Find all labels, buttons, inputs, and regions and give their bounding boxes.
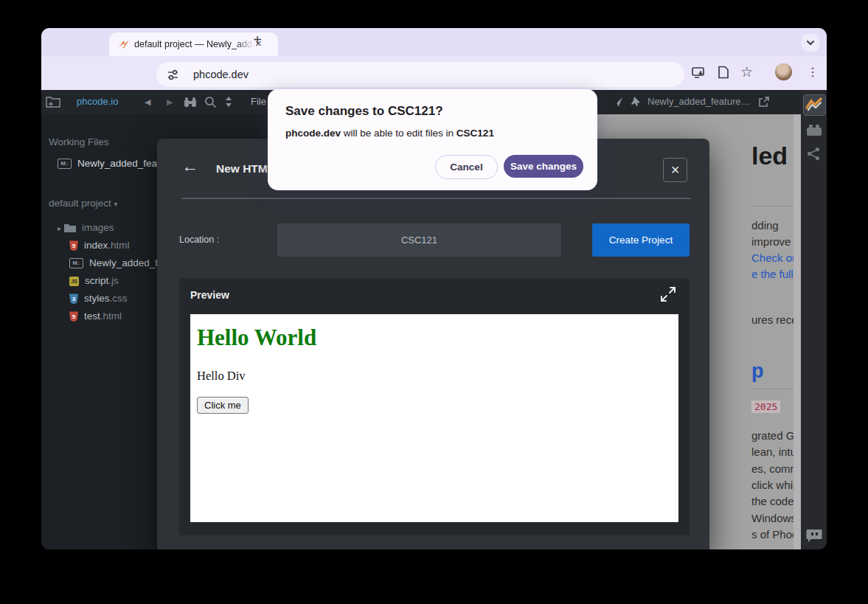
nav-back-icon[interactable]: ◀	[145, 97, 150, 107]
working-files-header: Working Files	[49, 136, 109, 147]
permission-body: phcode.dev will be able to edit files in…	[285, 128, 494, 139]
pin-icon[interactable]	[631, 96, 641, 108]
feedback-chat-icon[interactable]	[806, 529, 822, 543]
tree-item-file[interactable]: 5test.html	[69, 308, 122, 324]
new-tab-button[interactable]: +	[248, 30, 267, 49]
permission-dialog: Save changes to CSC121? phcode.dev will …	[268, 89, 597, 190]
project-caret-icon: ▾	[114, 200, 118, 208]
permission-title: Save changes to CSC121?	[285, 104, 443, 119]
page-text: dding	[751, 219, 779, 232]
html-preview-frame: Hello World Hello Div Click me	[190, 314, 678, 522]
html-file-icon: 5	[69, 240, 78, 251]
tree-item-file[interactable]: JSscript.js	[69, 272, 119, 289]
tab-title: default project — Newly_adde	[134, 39, 254, 51]
html-file-icon: 5	[69, 311, 78, 322]
tree-item-file[interactable]: 5index.html	[69, 237, 130, 254]
page-info-icon[interactable]	[718, 66, 729, 79]
back-arrow-icon[interactable]: ←	[181, 156, 198, 176]
address-url[interactable]: phcode.dev	[193, 69, 249, 80]
brand-link[interactable]: phcode.io	[77, 96, 118, 107]
tree-item-file[interactable]: 3styles.css	[69, 290, 128, 307]
folder-icon	[64, 223, 76, 232]
dialog-title: New HTM	[216, 162, 268, 176]
preview-panel: Preview Hello World Hello Div Click me	[179, 278, 690, 535]
save-changes-button[interactable]: Save changes	[504, 155, 583, 178]
markdown-file-icon: M↓	[58, 159, 72, 169]
divider	[182, 198, 690, 199]
menu-kebab-icon[interactable]: ⋮	[807, 65, 819, 79]
new-folder-icon[interactable]	[46, 95, 61, 108]
right-toolbar	[801, 90, 827, 549]
project-header[interactable]: default project ▾	[49, 198, 118, 209]
preview-click-me-button[interactable]: Click me	[197, 397, 249, 414]
tab-search-button[interactable]	[802, 34, 819, 52]
working-file-item[interactable]: M↓Newly_added_feat	[58, 155, 160, 172]
external-link-icon[interactable]	[758, 97, 769, 108]
disclosure-icon[interactable]: ▸	[58, 224, 61, 232]
page-subheading-fragment: p	[751, 360, 764, 383]
search-icon[interactable]	[204, 96, 217, 108]
sort-icon[interactable]	[225, 96, 232, 108]
extensions-icon[interactable]	[806, 124, 822, 136]
css-file-icon: 3	[69, 294, 78, 304]
live-preview-button[interactable]	[803, 94, 826, 116]
preview-label: Preview	[190, 289, 229, 301]
preview-text: Hello Div	[197, 369, 246, 383]
live-preview-title: Newly_added_feature…	[647, 96, 750, 107]
new-html-dialog: ← New HTM × Location : CSC121 Create Pro…	[157, 139, 709, 549]
scrollbar[interactable]	[794, 114, 801, 549]
expand-icon[interactable]	[659, 285, 677, 303]
profile-avatar[interactable]	[775, 63, 792, 80]
live-preview-icon	[804, 95, 824, 114]
markdown-file-icon: M↓	[69, 258, 83, 268]
page-code-fragment: 2025	[751, 400, 780, 413]
page-text: the code.	[751, 495, 797, 507]
tree-item-folder[interactable]: ▸images	[58, 219, 114, 236]
cancel-button[interactable]: Cancel	[435, 155, 498, 179]
location-label: Location :	[179, 235, 219, 245]
nav-forward-icon[interactable]: ▶	[167, 97, 173, 107]
page-text: grated Git	[751, 429, 800, 442]
share-icon[interactable]	[807, 147, 821, 161]
page-heading-fragment: led	[751, 142, 788, 170]
bookmark-star-icon[interactable]: ☆	[740, 63, 753, 80]
live-preview-pointer-icon[interactable]	[612, 97, 623, 108]
preview-heading: Hello World	[197, 324, 316, 351]
location-input[interactable]: CSC121	[277, 223, 561, 257]
install-app-icon[interactable]	[692, 66, 706, 79]
menu-file[interactable]: File	[251, 96, 266, 107]
find-in-files-icon[interactable]	[184, 97, 197, 108]
phoenix-favicon-icon	[118, 38, 130, 50]
js-file-icon: JS	[69, 277, 79, 286]
site-settings-icon[interactable]	[167, 69, 179, 81]
create-project-button[interactable]: Create Project	[592, 223, 690, 257]
close-button[interactable]: ×	[663, 158, 687, 182]
